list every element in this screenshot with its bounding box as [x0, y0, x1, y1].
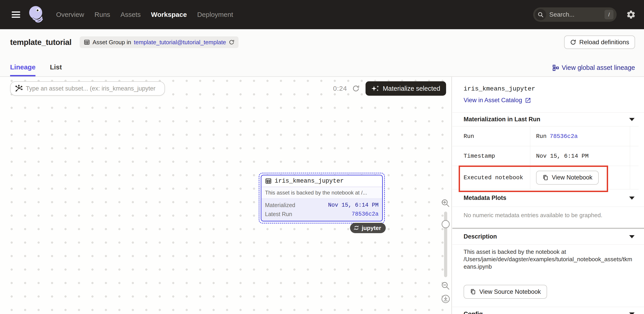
- run-id-link[interactable]: 78536c2a: [550, 133, 578, 140]
- asset-description-text: This asset is backed by the notebook at …: [464, 248, 633, 270]
- external-link-icon: [525, 97, 531, 104]
- asset-group-link[interactable]: template_tutorial@tutorial_template: [134, 39, 226, 46]
- chevron-down-icon: [629, 196, 634, 200]
- asset-node-description: This asset is backed by the notebook at …: [262, 187, 382, 199]
- search-shortcut-badge: /: [604, 10, 614, 19]
- panel-asset-name: iris_kmeans_jupyter: [464, 85, 634, 92]
- page-title: template_tutorial: [10, 38, 72, 47]
- jupyter-tag[interactable]: jupyter: [350, 223, 386, 233]
- primary-nav: Overview Runs Assets Workspace Deploymen…: [56, 11, 233, 19]
- zoom-controls: [439, 199, 452, 304]
- view-source-notebook-label: View Source Notebook: [479, 288, 541, 295]
- section-description-title: Description: [464, 233, 497, 240]
- section-metadata-plots-header[interactable]: Metadata Plots: [452, 189, 644, 207]
- page-header: template_tutorial Asset Group in templat…: [0, 29, 644, 77]
- timestamp-key: Timestamp: [452, 146, 530, 166]
- run-key: Run: [452, 126, 530, 146]
- dagster-logo[interactable]: [28, 5, 44, 24]
- view-global-asset-lineage-link[interactable]: View global asset lineage: [552, 64, 635, 76]
- jupyter-icon: [353, 225, 360, 231]
- asset-group-icon: [84, 39, 90, 45]
- hamburger-menu-icon[interactable]: [11, 10, 21, 19]
- materialize-selected-label: Materialize selected: [383, 85, 440, 92]
- dagster-app: Overview Runs Assets Workspace Deploymen…: [0, 0, 644, 314]
- asset-group-badge: Asset Group in template_tutorial@tutoria…: [80, 36, 239, 48]
- asset-node-selection: iris_kmeans_jupyter This asset is backed…: [259, 173, 385, 223]
- chevron-down-icon: [629, 312, 634, 314]
- view-source-notebook-button[interactable]: View Source Notebook: [464, 285, 547, 299]
- asset-node-name: iris_kmeans_jupyter: [275, 178, 344, 184]
- timestamp-value: Nov 15, 6:14 PM: [530, 146, 630, 166]
- asset-subset-input[interactable]: [26, 85, 160, 92]
- table-row-executed-notebook: Executed notebook View Notebook: [452, 166, 638, 189]
- section-description-header[interactable]: Description: [452, 229, 644, 245]
- notebook-icon: [470, 289, 476, 295]
- global-search[interactable]: /: [533, 8, 616, 22]
- view-global-asset-lineage-label: View global asset lineage: [562, 64, 635, 71]
- zoom-slider[interactable]: [444, 212, 447, 277]
- nav-item-overview[interactable]: Overview: [56, 11, 84, 19]
- asset-group-label: Asset Group in: [93, 39, 131, 46]
- tab-lineage[interactable]: Lineage: [10, 63, 36, 76]
- section-materialization-header[interactable]: Materialization in Last Run: [452, 112, 644, 126]
- download-image-icon[interactable]: [441, 294, 450, 304]
- top-nav: Overview Runs Assets Workspace Deploymen…: [0, 0, 644, 29]
- section-materialization-title: Materialization in Last Run: [464, 116, 540, 123]
- view-in-asset-catalog-label: View in Asset Catalog: [464, 97, 522, 104]
- view-notebook-button[interactable]: View Notebook: [536, 171, 599, 185]
- materialized-label: Materialized: [265, 202, 295, 208]
- asset-details-panel: iris_kmeans_jupyter View in Asset Catalo…: [452, 77, 644, 314]
- search-icon: [535, 9, 546, 20]
- refresh-icon[interactable]: [229, 39, 234, 45]
- table-row-run: Run Run 78536c2a: [452, 126, 638, 146]
- section-metadata-plots-title: Metadata Plots: [464, 194, 506, 201]
- sparkle-icon: [371, 85, 380, 92]
- latest-run-link[interactable]: 78536c2a: [352, 211, 378, 217]
- executed-notebook-key: Executed notebook: [452, 166, 530, 189]
- tab-list[interactable]: List: [50, 63, 62, 76]
- nav-item-assets[interactable]: Assets: [120, 11, 141, 19]
- section-config-header[interactable]: Config: [452, 307, 644, 314]
- metadata-empty-message: No numeric metadata entries available to…: [452, 207, 644, 228]
- table-row-timestamp: Timestamp Nov 15, 6:14 PM: [452, 146, 638, 166]
- nav-item-runs[interactable]: Runs: [94, 11, 110, 19]
- chevron-down-icon: [629, 118, 634, 121]
- view-notebook-label: View Notebook: [552, 174, 592, 181]
- materialized-timestamp: Nov 15, 6:14 PM: [328, 202, 378, 208]
- zoom-slider-thumb[interactable]: [442, 220, 450, 228]
- nav-item-workspace[interactable]: Workspace: [151, 11, 187, 19]
- jupyter-tag-label: jupyter: [362, 225, 381, 232]
- nav-item-deployment[interactable]: Deployment: [197, 11, 233, 19]
- search-input[interactable]: [549, 11, 604, 18]
- chevron-down-icon: [629, 235, 634, 238]
- table-icon: [265, 178, 272, 184]
- zoom-in-icon[interactable]: [441, 199, 450, 208]
- materialization-table: Run Run 78536c2a Timestamp Nov 15, 6:14 …: [452, 126, 638, 189]
- asset-subset-filter[interactable]: [10, 81, 165, 96]
- refresh-icon: [570, 39, 576, 45]
- asset-node[interactable]: iris_kmeans_jupyter This asset is backed…: [261, 175, 383, 221]
- zoom-out-icon[interactable]: [441, 281, 450, 291]
- notebook-icon: [542, 175, 549, 181]
- section-config-title: Config: [464, 311, 483, 314]
- refresh-countdown: 0:24: [333, 85, 347, 92]
- op-selector-icon: [14, 85, 23, 93]
- reload-definitions-label: Reload definitions: [579, 39, 629, 46]
- graph-toolbar: 0:24 Materialize selected: [10, 81, 446, 96]
- materialize-selected-button[interactable]: Materialize selected: [366, 81, 446, 96]
- lineage-graph-icon: [552, 65, 559, 71]
- latest-run-label: Latest Run: [265, 211, 292, 217]
- asset-graph-pane[interactable]: 0:24 Materialize selected: [0, 77, 452, 314]
- reload-definitions-button[interactable]: Reload definitions: [564, 36, 635, 49]
- run-prefix: Run: [536, 133, 546, 140]
- view-in-asset-catalog-link[interactable]: View in Asset Catalog: [464, 97, 634, 104]
- refresh-icon[interactable]: [352, 85, 360, 92]
- gear-icon[interactable]: [626, 10, 636, 20]
